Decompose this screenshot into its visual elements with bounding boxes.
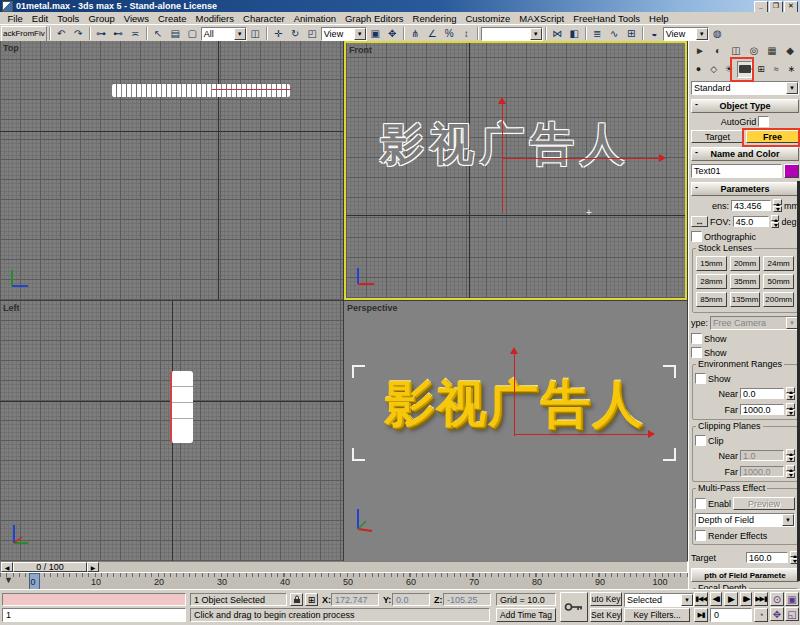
spinner-snap-icon[interactable]: ↕ <box>458 27 475 41</box>
text-object-side-view[interactable] <box>170 371 193 443</box>
motion-tab-icon[interactable]: ◎ <box>747 44 762 58</box>
named-selection-dropdown[interactable]: ▼ <box>481 27 543 41</box>
orthographic-checkbox[interactable] <box>691 231 702 242</box>
menu-help[interactable]: Help <box>645 13 674 24</box>
time-slider-right-icon[interactable]: ▶ <box>87 562 99 572</box>
select-object-icon[interactable]: ↖ <box>150 27 167 41</box>
chevron-down-icon[interactable]: ▼ <box>681 594 693 606</box>
show-cone-checkbox[interactable] <box>691 333 702 344</box>
lens-135mm-button[interactable]: 135mm <box>730 292 761 307</box>
near-range-field[interactable]: 0.0 <box>740 388 784 399</box>
render-effects-checkbox[interactable] <box>695 530 706 541</box>
x-coord-field[interactable]: 172.747 <box>331 593 379 606</box>
hierarchy-tab-icon[interactable]: ◫ <box>729 44 744 58</box>
effect-dropdown[interactable]: Depth of Field ▼ <box>695 513 795 527</box>
lens-spinner[interactable] <box>773 199 782 212</box>
bind-spacewarp-icon[interactable]: ≍ <box>127 27 144 41</box>
menu-tools[interactable]: Tools <box>53 13 84 24</box>
viewport-perspective[interactable]: Perspective 影视广告人 <box>344 301 687 561</box>
dof-parameters-rollout[interactable]: pth of Field Paramete <box>691 568 799 582</box>
object-category-dropdown[interactable]: Standard ▼ <box>691 81 799 95</box>
fov-field[interactable]: 45.0 <box>733 216 769 227</box>
helpers-category-icon[interactable]: ⊞ <box>755 62 768 77</box>
chevron-down-icon[interactable]: ▼ <box>530 28 542 40</box>
select-by-name-icon[interactable]: ▤ <box>167 27 184 41</box>
lens-50mm-button[interactable]: 50mm <box>763 274 794 289</box>
menu-character[interactable]: Character <box>239 13 290 24</box>
gizmo-y-axis[interactable] <box>514 351 515 436</box>
gizmo-x-axis[interactable] <box>502 158 660 159</box>
clip-far-field[interactable]: 1000.0 <box>740 466 784 477</box>
menu-graph-editors[interactable]: Graph Editors <box>340 13 408 24</box>
layer-manager-icon[interactable]: ≣ <box>589 27 606 41</box>
menu-maxscript[interactable]: MAXScript <box>515 13 569 24</box>
key-filters-button[interactable]: Key Filters... <box>624 608 690 622</box>
preview-button[interactable]: Preview <box>733 497 795 510</box>
maxscript-listener[interactable]: 1 <box>2 608 186 622</box>
go-to-end-button[interactable]: ▶▶▮ <box>754 592 768 606</box>
previous-frame-button[interactable]: ◀▮ <box>710 592 722 606</box>
play-button[interactable]: ▶ <box>724 592 738 606</box>
viewport-perspective-label[interactable]: Perspective <box>347 303 398 313</box>
parameters-rollout[interactable]: - Parameters <box>691 182 799 196</box>
autogrid-checkbox[interactable] <box>758 116 769 127</box>
create-tab-icon[interactable]: ► <box>693 44 708 58</box>
camera-object-marker[interactable]: + <box>586 207 592 218</box>
track-bar[interactable]: ▼ 0 10 20 30 40 50 60 70 80 90 100 <box>0 573 688 590</box>
near-range-spinner[interactable] <box>786 387 795 400</box>
show-horizon-checkbox[interactable] <box>691 347 702 358</box>
lens-200mm-button[interactable]: 200mm <box>763 292 794 307</box>
go-to-start-button[interactable]: ▮◀◀ <box>694 592 708 606</box>
systems-category-icon[interactable]: ∗ <box>785 62 798 77</box>
time-slider-left-icon[interactable]: ◀ <box>1 562 13 572</box>
menu-animation[interactable]: Animation <box>289 13 340 24</box>
scale-icon[interactable]: ◰ <box>304 27 321 41</box>
schematic-view-icon[interactable]: ⊞ <box>623 27 640 41</box>
selection-filter-dropdown[interactable]: All ▼ <box>201 27 247 41</box>
far-range-spinner[interactable] <box>786 403 795 416</box>
text-object-top-view[interactable] <box>112 84 290 97</box>
selection-set-dropdown[interactable]: Selected ▼ <box>624 593 694 607</box>
add-time-tag[interactable]: Add Time Tag <box>496 608 556 622</box>
z-coord-field[interactable]: -105.25 <box>443 593 491 606</box>
lens-20mm-button[interactable]: 20mm <box>730 256 761 271</box>
set-key-button[interactable]: Set Key <box>590 608 622 622</box>
fov-direction-icon[interactable]: ↔ <box>691 216 708 227</box>
object-color-swatch[interactable] <box>784 164 799 178</box>
text-object-wireframe[interactable]: 影视广告人 <box>380 115 680 174</box>
utilities-tab-icon[interactable]: ◆ <box>783 44 798 58</box>
zoom-icon[interactable]: ⊙ <box>770 592 784 606</box>
menu-group[interactable]: Group <box>84 13 119 24</box>
menu-modifiers[interactable]: Modifiers <box>191 13 239 24</box>
menu-freehand-tools[interactable]: FreeHand Tools <box>569 13 645 24</box>
clip-near-spinner[interactable] <box>786 449 795 462</box>
percent-snap-icon[interactable]: % <box>441 27 458 41</box>
lens-24mm-button[interactable]: 24mm <box>763 256 794 271</box>
coord-system-dropdown[interactable]: View ▼ <box>321 27 367 41</box>
window-crossing-icon[interactable]: ◫ <box>247 27 264 41</box>
snap-3d-icon[interactable]: ⋔ <box>407 27 424 41</box>
mirror-icon[interactable]: ⋈ <box>549 27 566 41</box>
angle-snap-icon[interactable]: ∠ <box>424 27 441 41</box>
y-coord-field[interactable]: 0.0 <box>392 593 430 606</box>
chevron-down-icon[interactable]: ▼ <box>696 28 708 40</box>
key-mode-toggle[interactable]: ▶▮ <box>694 608 708 622</box>
enable-checkbox[interactable] <box>695 498 706 509</box>
next-frame-button[interactable]: ▮▶ <box>740 592 752 606</box>
menu-edit[interactable]: Edit <box>27 13 52 24</box>
spacewarps-category-icon[interactable]: ≈ <box>770 62 783 77</box>
absolute-offset-button[interactable]: ⊞ <box>305 593 318 606</box>
clip-near-field[interactable]: 1.0 <box>740 450 784 461</box>
display-tab-icon[interactable]: ▦ <box>765 44 780 58</box>
unlink-icon[interactable]: ⊷ <box>110 27 127 41</box>
viewport-front-active[interactable]: Front 影视广告人 + <box>344 41 687 300</box>
chevron-down-icon[interactable]: ▼ <box>354 28 366 40</box>
viewport-top-label[interactable]: Top <box>3 43 19 53</box>
manipulate-icon[interactable]: ✥ <box>384 27 401 41</box>
target-distance-field[interactable]: 160.0 <box>746 552 788 563</box>
time-slider-handle[interactable]: 0 / 100 <box>13 562 87 572</box>
far-range-field[interactable]: 1000.0 <box>740 404 784 415</box>
lens-15mm-button[interactable]: 15mm <box>696 256 727 271</box>
shapes-category-icon[interactable]: ◇ <box>707 62 720 77</box>
menu-file[interactable]: File <box>3 13 27 24</box>
